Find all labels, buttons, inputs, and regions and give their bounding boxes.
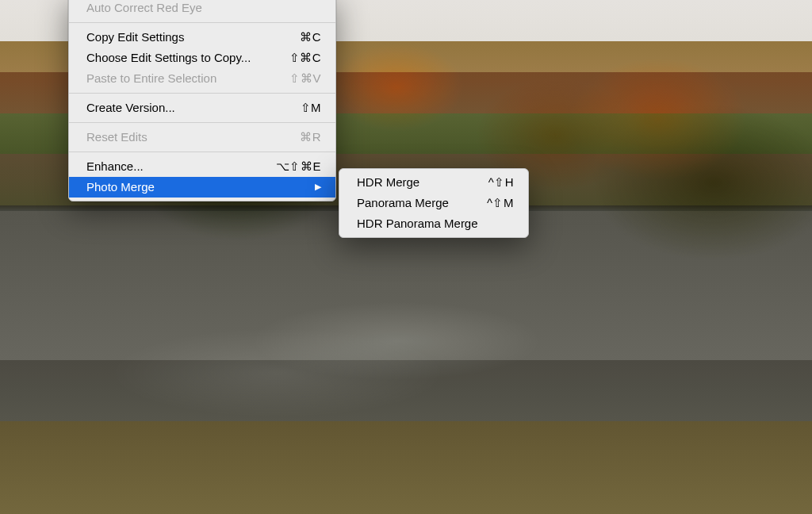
menu-item-copy-edit-settings[interactable]: Copy Edit Settings ⌘C xyxy=(69,27,335,48)
menu-separator xyxy=(69,93,335,94)
menu-item-shortcut: ⇧⌘C xyxy=(289,49,321,66)
menu-item-auto-correct-red-eye: Auto Correct Red Eye xyxy=(69,0,335,18)
menu-item-label: Copy Edit Settings xyxy=(86,29,184,45)
photo-merge-submenu: HDR Merge ^⇧H Panorama Merge ^⇧M HDR Pan… xyxy=(339,168,529,238)
menu-separator xyxy=(69,22,335,23)
menu-separator xyxy=(69,122,335,123)
submenu-item-hdr-merge[interactable]: HDR Merge ^⇧H xyxy=(339,172,528,193)
menu-item-shortcut: ⇧M xyxy=(301,99,322,116)
menu-item-label: HDR Merge xyxy=(357,174,419,190)
submenu-item-panorama-merge[interactable]: Panorama Merge ^⇧M xyxy=(339,193,528,213)
menu-item-label: Enhance... xyxy=(86,158,144,175)
menu-item-paste-to-selection: Paste to Entire Selection ⇧⌘V xyxy=(69,68,335,89)
menu-separator xyxy=(69,152,335,152)
menu-item-label: Paste to Entire Selection xyxy=(86,70,216,86)
menu-item-shortcut: ⌘C xyxy=(300,29,321,45)
menu-item-enhance[interactable]: Enhance... ⌥⇧⌘E xyxy=(69,156,335,177)
menu-item-label: Create Version... xyxy=(86,99,175,116)
menu-item-choose-edit-settings[interactable]: Choose Edit Settings to Copy... ⇧⌘C xyxy=(69,48,335,68)
menu-item-shortcut: ^⇧H xyxy=(488,174,514,190)
submenu-arrow-icon: ▶ xyxy=(315,178,321,195)
menu-item-reset-edits: Reset Edits ⌘R xyxy=(69,127,335,148)
menu-item-shortcut: ⇧⌘V xyxy=(289,70,321,86)
menu-item-label: Choose Edit Settings to Copy... xyxy=(86,49,251,66)
menu-item-create-version[interactable]: Create Version... ⇧M xyxy=(69,98,335,118)
menu-item-shortcut: ⌘R xyxy=(300,128,321,145)
menu-item-shortcut: ⌥⇧⌘E xyxy=(276,158,321,175)
menu-item-photo-merge[interactable]: Photo Merge ▶ xyxy=(69,177,335,198)
menu-item-label: Photo Merge xyxy=(86,178,155,195)
edit-menu: Auto Correct Red Eye Copy Edit Settings … xyxy=(68,0,336,201)
menu-item-label: Reset Edits xyxy=(86,128,147,145)
menu-item-label: HDR Panorama Merge xyxy=(357,215,478,232)
menu-item-shortcut: ^⇧M xyxy=(487,194,514,211)
submenu-item-hdr-panorama-merge[interactable]: HDR Panorama Merge xyxy=(339,213,528,234)
menu-item-label: Panorama Merge xyxy=(357,194,449,211)
menu-item-label: Auto Correct Red Eye xyxy=(86,0,202,16)
